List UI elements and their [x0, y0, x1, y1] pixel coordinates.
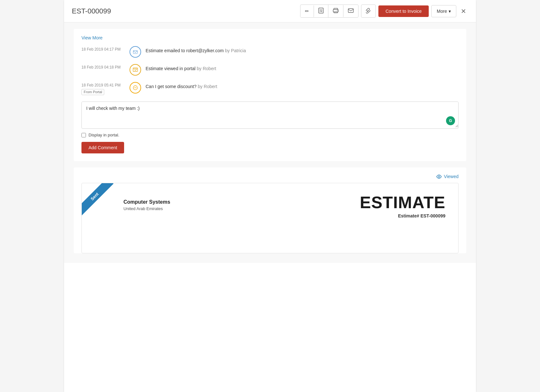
pdf-button[interactable] [314, 5, 328, 17]
document-preview: Sent Computer Systems United Arab Emirat… [81, 183, 459, 253]
portal-checkbox-label[interactable]: Display in portal. [89, 133, 119, 137]
svg-point-15 [438, 176, 440, 177]
activity-timestamp: 18 Feb 2019 04:17 PM [81, 46, 130, 52]
email-icon [348, 8, 354, 14]
list-item: 18 Feb 2019 04:18 PM Estimate viewed in … [81, 64, 459, 76]
close-button[interactable]: ✕ [459, 5, 468, 17]
view-more-link[interactable]: View More [81, 35, 103, 40]
activity-description: Can I get some discount? by Robert [146, 82, 217, 89]
attach-button[interactable] [361, 4, 376, 18]
comment-box-section: I will check with my team :) G Display i… [81, 102, 459, 153]
svg-rect-9 [133, 50, 138, 53]
header-actions: ✏ [300, 4, 468, 18]
more-button[interactable]: More ▾ [431, 5, 456, 17]
edit-icon: ✏ [305, 8, 309, 14]
sent-ribbon-text: Sent [82, 183, 114, 216]
display-in-portal-checkbox[interactable] [81, 133, 86, 137]
svg-rect-10 [133, 68, 138, 71]
list-item: 18 Feb 2019 04:17 PM Estimate emailed to… [81, 46, 459, 58]
estimate-heading: ESTIMATE [360, 193, 445, 212]
activity-description: Estimate viewed in portal by Robert [146, 64, 216, 71]
svg-point-7 [337, 10, 338, 11]
attach-icon [366, 9, 371, 14]
activity-user: by Robert [198, 84, 217, 89]
svg-rect-8 [348, 9, 353, 12]
activity-user: by Patricia [225, 48, 246, 53]
svg-point-13 [135, 87, 136, 88]
viewed-status: Viewed [81, 174, 459, 179]
view-activity-icon [130, 64, 141, 76]
svg-point-14 [136, 87, 137, 88]
svg-point-12 [134, 87, 135, 88]
print-button[interactable] [328, 5, 343, 17]
sent-ribbon: Sent [82, 183, 120, 222]
from-portal-badge: From Portal [81, 89, 104, 95]
portal-checkbox-row: Display in portal. [81, 133, 459, 137]
list-item: 18 Feb 2019 05:41 PM From Portal Can I g… [81, 82, 459, 95]
page-title: EST-000099 [72, 7, 111, 15]
activity-timestamp: 18 Feb 2019 05:41 PM From Portal [81, 82, 130, 95]
activity-user: by Robert [197, 66, 216, 71]
activity-section: View More 18 Feb 2019 04:17 PM Estimate … [74, 29, 466, 161]
activity-timestamp: 18 Feb 2019 04:18 PM [81, 64, 130, 70]
print-icon [333, 8, 339, 14]
viewed-label-text: Viewed [444, 174, 459, 179]
comment-activity-icon [130, 82, 141, 94]
edit-button[interactable]: ✏ [300, 5, 314, 17]
email-activity-icon [130, 46, 141, 58]
comment-textarea-wrap: I will check with my team :) G [81, 102, 459, 129]
company-name: Computer Systems [123, 199, 170, 205]
pdf-icon [318, 8, 324, 14]
add-comment-button[interactable]: Add Comment [81, 142, 124, 153]
grammarly-icon: G [446, 116, 455, 125]
more-label: More [437, 9, 447, 14]
company-country: United Arab Emirates [123, 206, 170, 211]
activity-description: Estimate emailed to robert@zylker.com by… [146, 46, 246, 53]
comment-textarea[interactable]: I will check with my team :) [82, 102, 458, 127]
convert-to-invoice-button[interactable]: Convert to Invoice [378, 5, 429, 17]
estimate-preview-section: Viewed Sent Computer Systems United Arab… [74, 167, 466, 253]
chevron-down-icon: ▾ [449, 9, 451, 14]
page-header: EST-000099 ✏ [64, 0, 476, 22]
activity-list: 18 Feb 2019 04:17 PM Estimate emailed to… [81, 46, 459, 95]
icon-button-group: ✏ [300, 4, 359, 18]
email-button[interactable] [343, 5, 358, 17]
doc-estimate-info: ESTIMATE Estimate# EST-000099 [360, 193, 445, 218]
main-content: View More 18 Feb 2019 04:17 PM Estimate … [64, 22, 476, 263]
estimate-number: Estimate# EST-000099 [360, 213, 445, 218]
